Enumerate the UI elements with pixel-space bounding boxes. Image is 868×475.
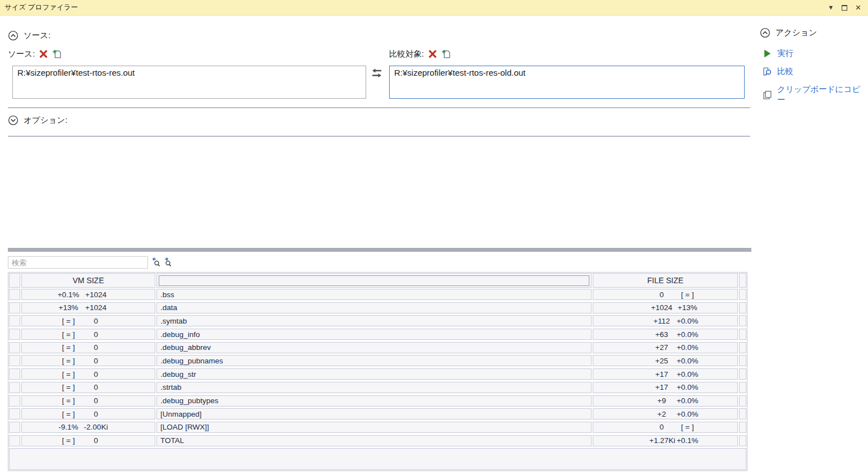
row-end-cell — [739, 329, 746, 340]
search-previous-icon[interactable] — [151, 257, 161, 268]
table-body: +0.1% +1024 .bss 0 [ = ] +13% +1024 .dat… — [9, 289, 746, 446]
run-button[interactable]: 実行 — [763, 48, 793, 59]
splitter-bar[interactable] — [8, 248, 751, 252]
file-size-value: +17 — [649, 370, 674, 379]
file-size-cell: +2 +0.0% — [593, 408, 738, 419]
section-name-cell: .debug_pubnames — [156, 355, 592, 366]
table-row[interactable]: [ = ] 0 .debug_pubnames +25 +0.0% — [9, 355, 746, 366]
file-size-percent: +0.0% — [675, 383, 700, 391]
source-section-header[interactable]: ソース: — [8, 30, 50, 41]
table-row[interactable]: +0.1% +1024 .bss 0 [ = ] — [9, 289, 746, 300]
window-menu-dropdown-icon[interactable]: ▼ — [828, 4, 834, 11]
vm-size-cell: [ = ] 0 — [21, 382, 155, 393]
table-row[interactable]: [ = ] 0 .debug_info +63 +0.0% — [9, 329, 746, 340]
vm-size-cell: [ = ] 0 — [21, 435, 155, 446]
section-name-cell: [Unmapped] — [156, 408, 592, 419]
collapse-chevron-up-icon[interactable] — [8, 30, 19, 41]
clear-compare-icon[interactable] — [428, 49, 437, 59]
row-end-cell — [739, 435, 746, 446]
search-next-icon[interactable] — [163, 257, 173, 268]
swap-paths-icon[interactable] — [370, 67, 384, 80]
row-end-cell — [739, 342, 746, 353]
compare-field-label: 比較対象: — [389, 49, 424, 59]
window-title: サイズ プロファイラー — [4, 3, 78, 12]
file-size-percent: +0.0% — [675, 343, 700, 352]
search-input[interactable] — [8, 256, 148, 269]
file-size-value: +25 — [649, 357, 674, 365]
file-size-cell: 0 [ = ] — [593, 289, 738, 300]
vm-size-cell: [ = ] 0 — [21, 368, 155, 380]
name-header-box — [159, 275, 589, 286]
table-header-row: VM SIZE FILE SIZE — [9, 273, 746, 288]
row-expander-cell — [9, 302, 20, 313]
table-row[interactable]: [ = ] 0 TOTAL +1.27Ki +0.1% — [9, 435, 746, 446]
options-section-header[interactable]: オプション: — [8, 115, 67, 126]
vm-size-percent: +13% — [55, 303, 82, 312]
paste-compare-path-icon[interactable] — [441, 49, 451, 59]
maximize-icon[interactable] — [842, 5, 847, 11]
row-end-cell — [739, 368, 746, 380]
file-size-value: +1.27Ki — [649, 436, 674, 445]
row-expander-cell — [9, 342, 20, 353]
actions-section-header[interactable]: アクション — [760, 27, 817, 38]
table-row[interactable]: +13% +1024 .data +1024 +13% — [9, 302, 746, 313]
table-row[interactable]: [ = ] 0 .symtab +112 +0.0% — [9, 315, 746, 326]
close-icon[interactable]: ✕ — [855, 4, 861, 11]
compare-button[interactable]: 比較 — [763, 66, 793, 77]
row-expander-cell — [9, 382, 20, 393]
divider-under-options — [8, 136, 750, 137]
vm-size-cell: +13% +1024 — [21, 302, 155, 313]
actions-section-label: アクション — [775, 27, 817, 38]
vm-size-percent: [ = ] — [55, 357, 82, 365]
file-size-percent: +0.0% — [675, 370, 700, 379]
window-titlebar: サイズ プロファイラー ▼ ✕ — [0, 0, 868, 16]
row-expander-cell — [9, 368, 20, 380]
compare-magnifier-icon — [763, 67, 772, 76]
file-size-cell: 0 [ = ] — [593, 422, 738, 433]
file-size-cell: +112 +0.0% — [593, 315, 738, 326]
name-column-header[interactable] — [156, 273, 592, 288]
file-size-cell: +63 +0.0% — [593, 329, 738, 340]
file-size-column-header[interactable]: FILE SIZE — [593, 273, 738, 288]
section-name-cell: [LOAD [RWX]] — [156, 422, 592, 433]
divider-under-source — [8, 107, 750, 108]
source-path-input[interactable]: R:¥sizeprofiler¥test-rtos-res.out — [12, 66, 366, 99]
table-row[interactable]: [ = ] 0 .debug_pubtypes +9 +0.0% — [9, 395, 746, 407]
file-size-cell: +17 +0.0% — [593, 382, 738, 393]
table-row[interactable]: [ = ] 0 .strtab +17 +0.0% — [9, 382, 746, 393]
file-size-percent: +0.0% — [675, 396, 700, 405]
section-name-cell: .debug_info — [156, 329, 592, 340]
file-size-value: +2 — [649, 410, 674, 418]
copy-to-clipboard-button[interactable]: クリップボードにコピー — [763, 84, 868, 105]
table-row[interactable]: [ = ] 0 .debug_abbrev +27 +0.0% — [9, 342, 746, 353]
copy-icon — [763, 90, 772, 100]
row-expander-cell — [9, 395, 20, 407]
table-row[interactable]: [ = ] 0 [Unmapped] +2 +0.0% — [9, 408, 746, 419]
file-size-cell: +25 +0.0% — [593, 355, 738, 366]
section-name-cell: .strtab — [156, 382, 592, 393]
expand-chevron-down-icon[interactable] — [8, 115, 19, 126]
file-size-percent: [ = ] — [675, 423, 700, 431]
compare-path-input[interactable]: R:¥sizeprofiler¥test-rtos-res-old.out — [389, 66, 745, 99]
row-expander-cell — [9, 435, 20, 446]
actions-chevron-up-icon[interactable] — [760, 27, 770, 38]
section-name-cell: .debug_pubtypes — [156, 395, 592, 407]
source-section-label: ソース: — [24, 30, 50, 41]
file-size-percent: +0.0% — [675, 410, 700, 418]
source-field-label: ソース: — [8, 49, 35, 59]
file-size-cell: +1024 +13% — [593, 302, 738, 313]
file-size-value: +112 — [649, 317, 674, 325]
vm-size-column-header[interactable]: VM SIZE — [21, 273, 155, 288]
clear-source-icon[interactable] — [39, 49, 48, 59]
vm-size-cell: [ = ] 0 — [21, 355, 155, 366]
paste-source-path-icon[interactable] — [52, 49, 62, 59]
row-expander-cell — [9, 422, 20, 433]
vm-size-value: 0 — [82, 396, 109, 405]
vm-size-cell: [ = ] 0 — [21, 395, 155, 407]
vm-size-percent: [ = ] — [55, 410, 82, 418]
header-end-cell — [739, 273, 746, 288]
table-row[interactable]: -9.1% -2.00Ki [LOAD [RWX]] 0 [ = ] — [9, 422, 746, 433]
table-row[interactable]: [ = ] 0 .debug_str +17 +0.0% — [9, 368, 746, 380]
vm-size-value: 0 — [82, 436, 109, 445]
table-footer-row — [9, 448, 746, 470]
